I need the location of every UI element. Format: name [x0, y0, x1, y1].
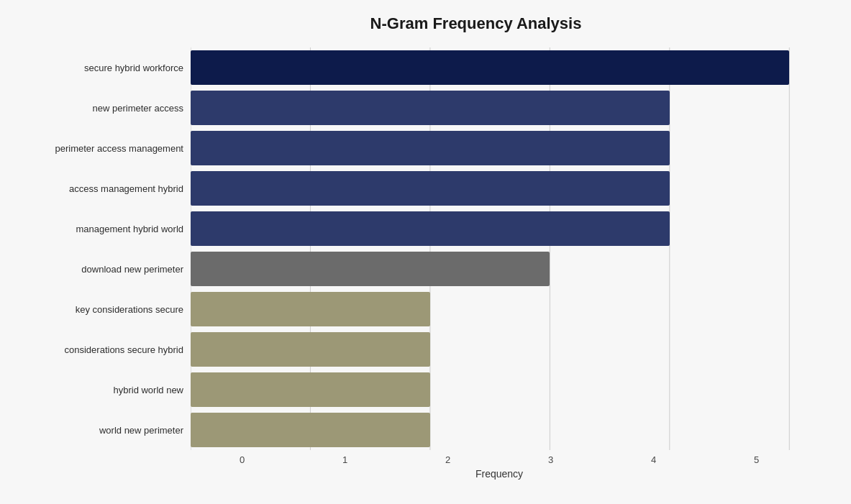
x-tick: 5	[705, 454, 808, 465]
y-label: management hybrid world	[14, 209, 191, 249]
bar	[191, 50, 789, 85]
x-tick: 1	[293, 454, 396, 465]
bar	[191, 413, 430, 447]
bar-row	[191, 88, 808, 128]
x-tick: 4	[602, 454, 705, 465]
bar	[191, 91, 670, 125]
bar-row	[191, 329, 808, 370]
x-tick: 2	[396, 454, 499, 465]
y-labels: secure hybrid workforcenew perimeter acc…	[14, 47, 191, 450]
x-tick: 3	[499, 454, 602, 465]
y-label: world new perimeter	[14, 410, 191, 450]
y-label: considerations secure hybrid	[14, 329, 191, 370]
x-axis-label: Frequency	[14, 468, 808, 480]
bar-row	[191, 209, 808, 249]
chart-area: secure hybrid workforcenew perimeter acc…	[14, 47, 808, 422]
bar-row	[191, 370, 808, 410]
bar-row	[191, 47, 808, 88]
bar-row	[191, 168, 808, 209]
chart-title: N-Gram Frequency Analysis	[14, 14, 808, 33]
y-label: access management hybrid	[14, 168, 191, 209]
bar-row	[191, 249, 808, 289]
bar	[191, 332, 430, 367]
bar-row	[191, 410, 808, 450]
y-label: secure hybrid workforce	[14, 47, 191, 88]
chart-container: N-Gram Frequency Analysis secure hybrid …	[0, 0, 851, 504]
y-label: hybrid world new	[14, 370, 191, 410]
y-label: new perimeter access	[14, 88, 191, 128]
bar	[191, 292, 430, 326]
bar	[191, 131, 670, 165]
bars-section: secure hybrid workforcenew perimeter acc…	[14, 47, 808, 450]
bar-row	[191, 128, 808, 168]
y-label: perimeter access management	[14, 128, 191, 168]
x-axis: 012345	[14, 454, 808, 465]
bar	[191, 211, 670, 246]
bars-and-grid	[191, 47, 808, 450]
x-tick: 0	[191, 454, 293, 465]
y-label: download new perimeter	[14, 249, 191, 289]
bar-row	[191, 289, 808, 329]
bar	[191, 171, 670, 206]
bar	[191, 252, 550, 286]
y-label: key considerations secure	[14, 289, 191, 329]
bar	[191, 372, 430, 407]
